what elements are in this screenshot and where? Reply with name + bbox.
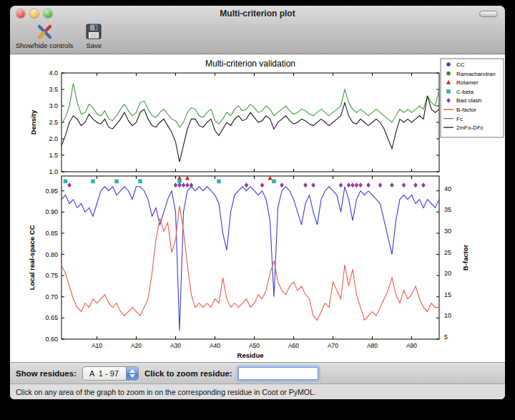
svg-text:30: 30 bbox=[444, 228, 451, 235]
svg-text:A30: A30 bbox=[170, 342, 181, 349]
tool-label: Save bbox=[86, 41, 102, 49]
svg-text:5: 5 bbox=[444, 333, 448, 341]
svg-text:20: 20 bbox=[444, 270, 451, 277]
svg-text:Local real-space CC: Local real-space CC bbox=[28, 225, 36, 290]
svg-text:2mFo-DFc: 2mFo-DFc bbox=[456, 124, 484, 131]
svg-text:0.60: 0.60 bbox=[45, 336, 58, 343]
svg-text:4.0: 4.0 bbox=[49, 69, 58, 77]
svg-text:10: 10 bbox=[444, 312, 451, 319]
residue-range-dropdown[interactable]: A 1 - 97 bbox=[82, 366, 139, 381]
svg-text:0.65: 0.65 bbox=[45, 314, 58, 321]
svg-text:0.90: 0.90 bbox=[45, 208, 58, 215]
svg-text:0.70: 0.70 bbox=[45, 293, 58, 301]
svg-text:25: 25 bbox=[444, 249, 451, 256]
svg-text:Multi-criterion validation: Multi-criterion validation bbox=[205, 59, 295, 69]
svg-text:1.5: 1.5 bbox=[49, 152, 58, 159]
svg-text:2.5: 2.5 bbox=[49, 119, 58, 126]
svg-text:Bad clash: Bad clash bbox=[456, 97, 481, 104]
show-residues-label: Show residues: bbox=[16, 369, 77, 378]
zoom-residue-label: Click to zoom residue: bbox=[144, 369, 232, 378]
svg-text:Residue: Residue bbox=[237, 351, 264, 359]
svg-text:40: 40 bbox=[444, 185, 451, 192]
residue-range-value: A 1 - 97 bbox=[83, 367, 126, 380]
zoom-button[interactable] bbox=[44, 9, 52, 18]
svg-text:C-beta: C-beta bbox=[456, 89, 474, 95]
titlebar[interactable]: Multi-criterion plot bbox=[10, 6, 505, 21]
save-icon bbox=[84, 22, 103, 41]
multi-criterion-chart[interactable]: Multi-criterion validationA10A20A30A40A5… bbox=[10, 54, 505, 362]
svg-text:0.75: 0.75 bbox=[45, 272, 58, 279]
toolbar-toggle-button[interactable] bbox=[479, 11, 498, 17]
tool-label: Show/hide controls bbox=[16, 41, 73, 49]
zoom-residue-input[interactable] bbox=[238, 367, 318, 380]
svg-text:B-factor: B-factor bbox=[461, 244, 469, 270]
svg-text:B-factor: B-factor bbox=[456, 107, 476, 113]
svg-text:A70: A70 bbox=[328, 342, 338, 349]
multi-criterion-plot-window: Multi-criterion plot Show/hide controls bbox=[10, 6, 505, 399]
svg-text:Ramachandran: Ramachandran bbox=[456, 71, 496, 77]
svg-text:15: 15 bbox=[444, 291, 451, 298]
svg-text:A80: A80 bbox=[367, 342, 378, 349]
svg-text:A10: A10 bbox=[92, 342, 102, 349]
plot-area: Multi-criterion validationA10A20A30A40A5… bbox=[10, 54, 505, 362]
window-chrome: Multi-criterion plot Show/hide controls bbox=[10, 6, 505, 54]
toolbar: Show/hide controls Save bbox=[10, 21, 505, 54]
svg-text:3.0: 3.0 bbox=[49, 102, 58, 109]
window-title: Multi-criterion plot bbox=[10, 9, 505, 19]
save-button[interactable]: Save bbox=[84, 22, 103, 49]
svg-text:0.95: 0.95 bbox=[45, 187, 58, 195]
svg-text:CC: CC bbox=[456, 62, 465, 68]
svg-text:Fc: Fc bbox=[456, 116, 463, 122]
svg-text:A20: A20 bbox=[131, 342, 142, 349]
control-bar: Show residues: A 1 - 97 Click to zoom re… bbox=[10, 362, 505, 384]
svg-text:0.85: 0.85 bbox=[45, 230, 58, 237]
show-hide-controls-button[interactable]: Show/hide controls bbox=[16, 22, 73, 49]
traffic-lights bbox=[16, 9, 52, 18]
controls-icon bbox=[35, 22, 54, 41]
svg-text:A50: A50 bbox=[249, 342, 260, 349]
status-bar: Click on any area of the graph to zoom i… bbox=[10, 384, 505, 399]
status-text: Click on any area of the graph to zoom i… bbox=[16, 388, 316, 396]
svg-text:1.0: 1.0 bbox=[49, 168, 58, 175]
svg-text:Rotamer: Rotamer bbox=[456, 79, 479, 86]
svg-text:35: 35 bbox=[444, 206, 451, 213]
dropdown-stepper-icon bbox=[126, 367, 138, 380]
svg-text:A90: A90 bbox=[406, 342, 417, 349]
minimize-button[interactable] bbox=[30, 9, 39, 18]
svg-text:2.0: 2.0 bbox=[49, 135, 58, 142]
svg-text:A60: A60 bbox=[288, 342, 299, 349]
svg-text:3.5: 3.5 bbox=[49, 86, 58, 93]
close-button[interactable] bbox=[16, 9, 25, 18]
svg-text:Density: Density bbox=[29, 109, 37, 135]
svg-text:A40: A40 bbox=[210, 342, 220, 349]
svg-text:0.80: 0.80 bbox=[45, 251, 58, 258]
